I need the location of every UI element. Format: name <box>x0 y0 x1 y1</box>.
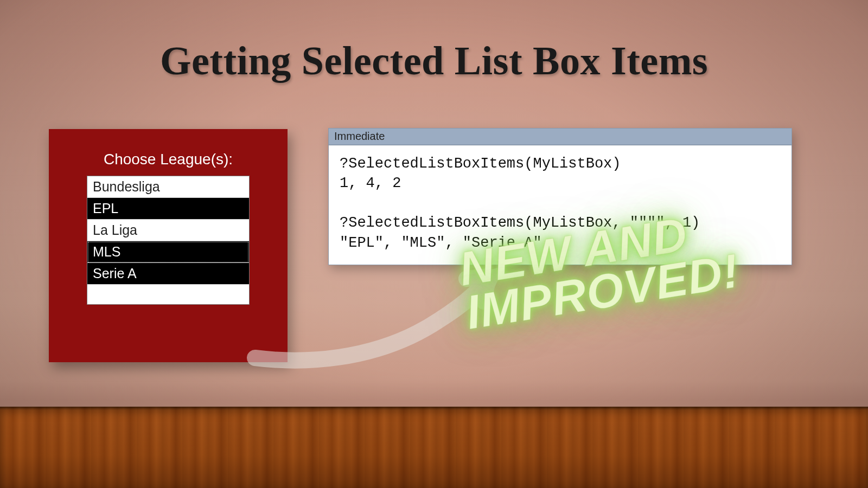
list-item[interactable]: MLS <box>87 241 249 263</box>
immediate-title: Immediate <box>329 129 792 145</box>
listbox-label: Choose League(s): <box>72 151 265 168</box>
slide-stage: Getting Selected List Box Items Choose L… <box>0 0 868 488</box>
list-item[interactable]: Serie A <box>87 263 249 285</box>
slide-title: Getting Selected List Box Items <box>0 38 868 84</box>
svg-marker-0 <box>467 266 505 304</box>
floor-graphic <box>0 407 868 488</box>
list-item-empty <box>87 285 249 304</box>
listbox-card: Choose League(s): BundesligaEPLLa LigaML… <box>49 129 288 362</box>
list-item[interactable]: EPL <box>87 198 249 220</box>
immediate-window: Immediate ?SelectedListBoxItems(MyListBo… <box>328 128 792 265</box>
league-listbox[interactable]: BundesligaEPLLa LigaMLSSerie A <box>87 176 250 305</box>
immediate-body[interactable]: ?SelectedListBoxItems(MyListBox) 1, 4, 2… <box>329 145 792 265</box>
list-item[interactable]: La Liga <box>87 220 249 241</box>
list-item[interactable]: Bundesliga <box>87 176 249 198</box>
